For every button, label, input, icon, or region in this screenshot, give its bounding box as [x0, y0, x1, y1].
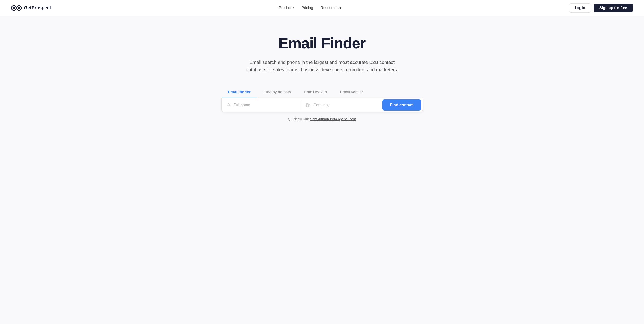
hero-subtitle: Email search and phone in the largest an…: [242, 58, 402, 73]
nav-product[interactable]: Product ▾: [279, 6, 294, 10]
chevron-down-icon: ▾: [340, 5, 341, 10]
hero-section: Email Finder Email search and phone in t…: [0, 16, 644, 130]
nav-pricing-label: Pricing: [302, 6, 313, 10]
quick-try-prefix: Quick try with: [288, 117, 310, 121]
login-button[interactable]: Log in: [569, 3, 591, 13]
tab-email-finder[interactable]: Email finder: [222, 87, 257, 98]
logo-icon: [11, 5, 22, 11]
person-icon: [226, 102, 231, 108]
full-name-field: [222, 100, 302, 110]
svg-rect-6: [308, 105, 310, 107]
nav-resources-label: Resources: [320, 6, 338, 10]
building-icon: [306, 102, 311, 108]
company-field: [301, 100, 381, 110]
tab-email-lookup[interactable]: Email lookup: [298, 87, 333, 98]
nav-product-label: Product: [279, 6, 292, 10]
tab-email-verifier[interactable]: Email verifier: [333, 87, 370, 98]
quick-try: Quick try with Sam Altman from openai.co…: [288, 117, 356, 121]
brand-name: GetProspect: [24, 5, 51, 10]
tabs-row: Email finder Find by domain Email lookup…: [222, 87, 423, 98]
svg-point-3: [18, 7, 20, 9]
nav-links: Product ▾ Pricing Resources ▾: [279, 5, 341, 10]
logo-area[interactable]: GetProspect: [11, 5, 51, 11]
chevron-down-icon: ▾: [292, 6, 294, 9]
signup-button[interactable]: Sign up for free: [594, 3, 633, 12]
navbar: GetProspect Product ▾ Pricing Resources …: [0, 0, 644, 16]
svg-point-4: [228, 103, 229, 105]
full-name-input[interactable]: [234, 103, 296, 107]
auth-buttons: Log in Sign up for free: [569, 3, 633, 13]
tabs-container: Email finder Find by domain Email lookup…: [222, 87, 423, 98]
nav-resources[interactable]: Resources ▾: [320, 5, 341, 10]
company-input[interactable]: [314, 103, 376, 107]
search-form: Find contact: [222, 98, 423, 112]
tab-find-by-domain[interactable]: Find by domain: [257, 87, 298, 98]
nav-pricing[interactable]: Pricing: [302, 6, 313, 10]
page-title: Email Finder: [278, 35, 366, 52]
find-contact-button[interactable]: Find contact: [382, 99, 421, 111]
svg-point-1: [13, 7, 15, 9]
quick-try-link[interactable]: Sam Altman from openai.com: [310, 117, 356, 121]
